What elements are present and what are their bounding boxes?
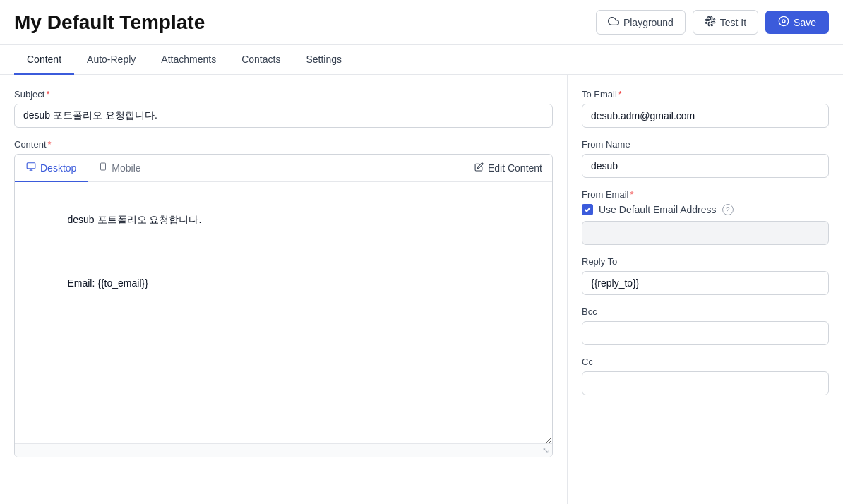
from-name-group: From Name [582, 139, 829, 178]
content-required: * [48, 139, 52, 150]
cc-label: Cc [582, 356, 829, 367]
svg-rect-2 [27, 163, 35, 169]
resize-icon: ⤡ [542, 445, 549, 455]
to-email-input[interactable] [582, 104, 829, 128]
playground-button[interactable]: Playground [596, 10, 686, 35]
from-email-required: * [630, 189, 633, 200]
sub-tab-desktop[interactable]: Desktop [15, 155, 88, 182]
sub-tab-mobile[interactable]: Mobile [88, 155, 152, 182]
to-email-label: To Email* [582, 89, 829, 100]
use-default-checkbox[interactable] [582, 204, 593, 215]
subject-label: Subject* [14, 89, 553, 100]
use-default-checkbox-row: Use Default Email Address ? [582, 204, 829, 215]
bcc-input[interactable] [582, 321, 829, 345]
desktop-icon [26, 162, 36, 174]
sub-tabs-left: Desktop Mobile [15, 155, 153, 181]
use-default-label: Use Default Email Address [599, 204, 717, 215]
save-button[interactable]: Save [765, 11, 829, 34]
cloud-icon [608, 16, 619, 29]
test-icon [705, 16, 716, 29]
subject-field-group: Subject* [14, 89, 553, 128]
mobile-icon [99, 162, 107, 174]
tab-settings[interactable]: Settings [293, 45, 354, 75]
cc-input[interactable] [582, 371, 829, 395]
content-preview: desub 포트폴리오 요청합니다. Email: {{to_email}} [15, 182, 552, 443]
header-actions: Playground Test It [596, 10, 829, 35]
content-label: Content* [14, 139, 553, 150]
bcc-label: Bcc [582, 306, 829, 317]
to-email-required: * [618, 89, 622, 100]
from-email-input[interactable] [582, 221, 829, 245]
right-panel: To Email* From Name From Email* [568, 75, 843, 504]
from-name-label: From Name [582, 139, 829, 150]
edit-icon [474, 162, 484, 174]
help-icon[interactable]: ? [722, 204, 734, 215]
content-text: desub 포트폴리오 요청합니다. Email: {{to_email}} [29, 196, 538, 307]
from-email-label: From Email* [582, 189, 829, 200]
subject-input[interactable] [14, 104, 553, 128]
cc-group: Cc [582, 356, 829, 395]
to-email-group: To Email* [582, 89, 829, 128]
tab-attachments[interactable]: Attachments [148, 45, 229, 75]
svg-point-0 [779, 16, 788, 25]
subject-required: * [46, 89, 49, 100]
resize-handle[interactable]: ⤡ [15, 443, 552, 457]
from-name-input[interactable] [582, 154, 829, 178]
tab-content[interactable]: Content [14, 45, 74, 75]
reply-to-input[interactable] [582, 271, 829, 295]
tab-contacts[interactable]: Contacts [229, 45, 293, 75]
svg-point-1 [782, 20, 785, 23]
from-email-group: From Email* Use Default Email Address ? [582, 189, 829, 245]
save-icon [778, 16, 789, 29]
left-panel: Subject* Content* [0, 75, 568, 504]
page-title: My Default Template [14, 11, 205, 34]
content-area-wrapper: Desktop Mobile [14, 154, 553, 457]
content-sub-tabs: Desktop Mobile [15, 155, 552, 182]
main-tabs: Content Auto-Reply Attachments Contacts … [0, 45, 843, 75]
test-it-button[interactable]: Test It [693, 10, 758, 35]
reply-to-group: Reply To [582, 256, 829, 295]
tab-auto-reply[interactable]: Auto-Reply [74, 45, 148, 75]
reply-to-label: Reply To [582, 256, 829, 267]
edit-content-button[interactable]: Edit Content [465, 157, 552, 179]
content-field-group: Content* [14, 139, 553, 457]
bcc-group: Bcc [582, 306, 829, 345]
